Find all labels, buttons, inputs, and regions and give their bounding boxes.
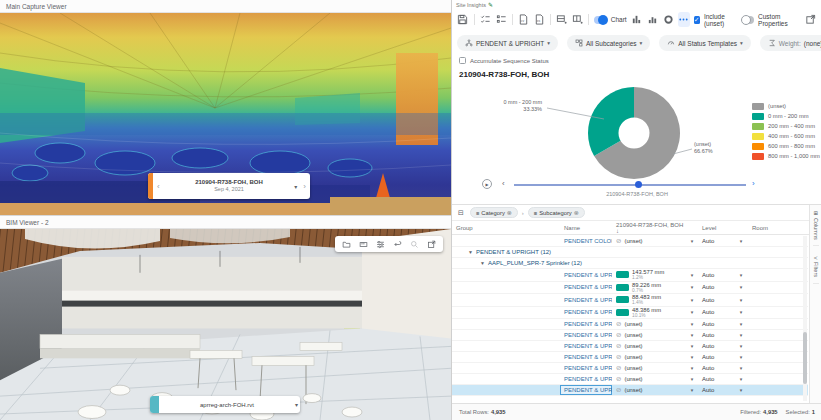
table-scrollbar[interactable]: [803, 236, 807, 401]
value-dropdown-caret[interactable]: ▾: [686, 309, 698, 315]
name-cell[interactable]: PENDENT & UPRIGHT: [560, 307, 612, 319]
legend-item[interactable]: 600 mm - 800 mm: [752, 143, 820, 150]
level-cell[interactable]: Auto: [698, 365, 734, 371]
search-icon[interactable]: [410, 240, 419, 249]
name-cell[interactable]: PENDENT & UPRIGHT: [560, 269, 612, 281]
level-cell[interactable]: Auto: [698, 272, 734, 278]
level-cell[interactable]: Auto: [698, 284, 734, 290]
value-dropdown-caret[interactable]: ▾: [686, 354, 698, 360]
table-row[interactable]: PENDENT & UPRIGHT⊘(unset)▾Auto▾: [452, 341, 808, 352]
level-dropdown-caret[interactable]: ▾: [734, 354, 748, 360]
table-row[interactable]: PENDENT & UPRIGHT⊘(unset)▾Auto▾: [452, 363, 808, 374]
play-button[interactable]: ▶: [482, 179, 492, 189]
name-cell[interactable]: PENDENT & UPRIGHT: [560, 319, 612, 329]
value-cell[interactable]: 88.483 mm1.4%: [612, 294, 686, 305]
value-cell[interactable]: ⊘(unset): [612, 342, 686, 350]
scatter-dots-button[interactable]: [678, 12, 690, 27]
value-cell[interactable]: ⊘(unset): [612, 386, 686, 394]
capture-prev-icon[interactable]: ‹: [153, 182, 164, 191]
value-cell[interactable]: 89.226 mm0.7%: [612, 282, 686, 293]
value-dropdown-caret[interactable]: ▾: [686, 238, 698, 244]
value-dropdown-caret[interactable]: ▾: [686, 376, 698, 382]
table-group-row[interactable]: ▼AAPL_PLUM_SPR-7 Sprinkler (12): [452, 258, 808, 269]
capture-next-icon[interactable]: ›: [299, 182, 310, 191]
level-cell[interactable]: Auto: [698, 309, 734, 315]
timeline-slider[interactable]: [514, 184, 746, 186]
subcategories-filter-chip[interactable]: All Subcategories ▾: [567, 35, 650, 51]
weight-filter-chip[interactable]: Weight: (none) ▾: [760, 35, 821, 51]
table-row[interactable]: PENDENT & UPRIGHT⊘(unset)▾Auto▾: [452, 352, 808, 363]
export-csv-button[interactable]: cv: [518, 12, 530, 27]
timeline-next-icon[interactable]: ›: [752, 179, 755, 188]
add-column-button[interactable]: [572, 12, 584, 27]
table-row[interactable]: PENDENT COLOR P...⊘(unset)▾Auto▾: [452, 236, 808, 247]
col-name[interactable]: Name: [560, 225, 612, 231]
remove-chip-icon[interactable]: ⊗: [574, 209, 579, 216]
table-row[interactable]: PENDENT & UPRIGHT⊘(unset)▾Auto▾: [452, 319, 808, 330]
category-filter-chip[interactable]: PENDENT & UPRIGHT ▾: [457, 35, 558, 51]
include-unset-checkbox[interactable]: ✓: [694, 16, 700, 24]
value-dropdown-caret[interactable]: ▾: [686, 365, 698, 371]
table-row[interactable]: PENDENT & UPRIGHT⊘(unset)▾Auto▾: [452, 330, 808, 341]
undo-icon[interactable]: [393, 240, 402, 249]
scrollbar-thumb[interactable]: [803, 332, 807, 384]
table-row[interactable]: PENDENT & UPRIGHT⊘(unset)▾Auto▾: [452, 374, 808, 385]
value-cell[interactable]: ⊘(unset): [612, 237, 686, 245]
legend-item[interactable]: 800 mm - 1,000 mm: [752, 153, 820, 160]
legend-item[interactable]: 400 mm - 600 mm: [752, 133, 820, 140]
level-dropdown-caret[interactable]: ▾: [734, 309, 748, 315]
save-button[interactable]: [457, 12, 469, 27]
bim-canvas[interactable]: [0, 229, 451, 420]
value-cell[interactable]: 143.577 mm1.2%: [612, 269, 686, 280]
bar-chart-icon[interactable]: [631, 12, 643, 27]
table-row[interactable]: PENDENT & UPRIGHT89.226 mm0.7%▾Auto▾: [452, 282, 808, 295]
level-dropdown-caret[interactable]: ▾: [734, 297, 748, 303]
timeline-prev-icon[interactable]: ‹: [502, 179, 505, 188]
level-cell[interactable]: Auto: [698, 297, 734, 303]
table-row[interactable]: PENDENT & UPRIGHT88.483 mm1.4%▾Auto▾: [452, 294, 808, 307]
histogram-icon[interactable]: [646, 12, 658, 27]
level-dropdown-caret[interactable]: ▾: [734, 332, 748, 338]
measure-icon[interactable]: [359, 240, 368, 249]
folder-icon[interactable]: [342, 240, 351, 249]
status-templates-filter-chip[interactable]: All Status Templates ▾: [659, 35, 751, 51]
legend-item[interactable]: (unset): [752, 103, 820, 110]
col-group[interactable]: Group: [452, 225, 560, 231]
level-dropdown-caret[interactable]: ▾: [734, 238, 748, 244]
value-cell[interactable]: ⊘(unset): [612, 364, 686, 372]
value-cell[interactable]: ⊘(unset): [612, 375, 686, 383]
value-cell[interactable]: ⊘(unset): [612, 331, 686, 339]
level-cell[interactable]: Auto: [698, 332, 734, 338]
value-dropdown-caret[interactable]: ▾: [686, 343, 698, 349]
name-cell[interactable]: PENDENT & UPRIGHT: [560, 385, 612, 395]
bim-model-selector[interactable]: aprreg-arch-FOH.rvt ▾: [150, 396, 300, 413]
export-xls-button[interactable]: xs: [534, 12, 546, 27]
level-dropdown-caret[interactable]: ▾: [734, 343, 748, 349]
value-cell[interactable]: 48.386 mm10.1%: [612, 307, 686, 318]
remove-chip-icon[interactable]: ⊗: [507, 209, 512, 216]
edit-icon[interactable]: ✎: [488, 1, 493, 8]
level-cell[interactable]: Auto: [698, 376, 734, 382]
expand-panel-button[interactable]: [804, 12, 816, 27]
table-row[interactable]: PENDENT & UPRIGHT⊘(unset)▾Auto▾: [452, 385, 808, 396]
subcategory-group-chip[interactable]: ≡ Subcategory ⊗: [528, 207, 585, 218]
legend-item[interactable]: 200 mm - 400 mm: [752, 123, 820, 130]
open-in-new-icon[interactable]: [427, 240, 436, 249]
custom-properties-toggle[interactable]: [742, 16, 755, 24]
name-cell[interactable]: PENDENT & UPRIGHT: [560, 282, 612, 294]
category-group-chip[interactable]: ≡ Category ⊗: [470, 207, 518, 218]
level-dropdown-caret[interactable]: ▾: [734, 321, 748, 327]
name-cell[interactable]: PENDENT & UPRIGHT: [560, 352, 612, 362]
level-cell[interactable]: Auto: [698, 238, 734, 244]
value-dropdown-caret[interactable]: ▾: [686, 284, 698, 290]
name-cell[interactable]: PENDENT & UPRIGHT: [560, 363, 612, 373]
name-cell[interactable]: PENDENT & UPRIGHT: [560, 330, 612, 340]
col-level[interactable]: Level: [698, 225, 734, 231]
value-dropdown-caret[interactable]: ▾: [686, 321, 698, 327]
expander-icon[interactable]: ▼: [468, 249, 473, 255]
name-cell[interactable]: PENDENT & UPRIGHT: [560, 341, 612, 351]
expander-icon[interactable]: ▼: [480, 260, 485, 266]
add-row-button[interactable]: [556, 12, 568, 27]
table-row[interactable]: PENDENT & UPRIGHT48.386 mm10.1%▾Auto▾: [452, 307, 808, 320]
col-value[interactable]: 210904-R738-FOH, BOH ↓: [612, 222, 686, 234]
